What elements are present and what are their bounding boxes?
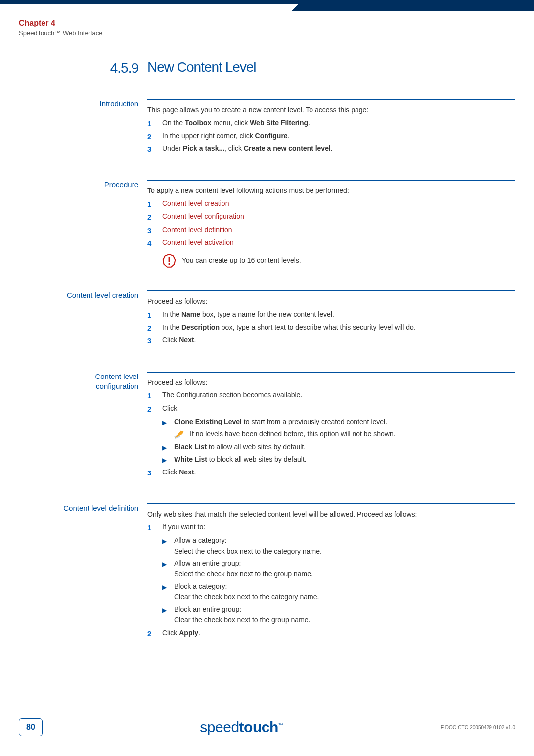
- creation-step: 3Click Next.: [147, 335, 515, 346]
- doc-id: E-DOC-CTC-20050429-0102 v1.0: [441, 725, 515, 730]
- creation-step: 1In the Name box, type a name for the ne…: [147, 309, 515, 321]
- caret-icon: ▶: [162, 558, 174, 569]
- def-step: 2Click Apply.: [147, 628, 515, 639]
- svg-point-2: [168, 263, 170, 265]
- intro-lead: This page allows you to create a new con…: [147, 105, 515, 116]
- config-label: Content levelconfiguration: [19, 372, 147, 481]
- caret-icon: ▶: [162, 604, 174, 615]
- config-note: If no levels have been defined before, t…: [190, 429, 396, 440]
- config-bullet: ▶Black List to allow all web sites by de…: [162, 442, 515, 453]
- definition-label: Content level definition: [19, 503, 147, 641]
- proc-item: 2Content level configuration: [147, 211, 515, 223]
- intro-step: 2In the upper right corner, click Config…: [147, 131, 515, 142]
- pencil-icon: [174, 429, 185, 440]
- def-step: 1If you want to:: [147, 522, 515, 533]
- page-number: 80: [19, 718, 43, 736]
- caret-icon: ▶: [162, 417, 174, 427]
- procedure-lead: To apply a new content level following a…: [147, 186, 515, 196]
- config-step: 3Click Next.: [147, 467, 515, 478]
- proc-item: 1Content level creation: [147, 198, 515, 210]
- config-step: 2Click:: [147, 403, 515, 415]
- intro-step: 3Under Pick a task..., click Create a ne…: [147, 143, 515, 155]
- config-bullet: ▶Clone Existing Level to start from a pr…: [162, 417, 515, 427]
- chapter-subtitle: SpeedTouch™ Web Interface: [19, 29, 103, 37]
- alert-icon: [162, 254, 176, 268]
- procedure-label: Procedure: [19, 180, 147, 268]
- config-lead: Proceed as follows:: [147, 378, 515, 388]
- creation-step: 2In the Description box, type a short te…: [147, 322, 515, 333]
- proc-item: 3Content level definition: [147, 225, 515, 236]
- speedtouch-logo: speedtouch™: [200, 719, 283, 736]
- caret-icon: ▶: [162, 442, 174, 453]
- intro-label: Introduction: [19, 99, 147, 157]
- caret-icon: ▶: [162, 581, 174, 592]
- caret-icon: ▶: [162, 454, 174, 465]
- chapter-label: Chapter 4: [19, 19, 103, 28]
- definition-lead: Only web sites that match the selected c…: [147, 509, 515, 520]
- thomson-icon: [487, 15, 497, 26]
- config-step: 1The Configuration section becomes avail…: [147, 390, 515, 401]
- section-title: New Content Level: [147, 59, 256, 75]
- svg-rect-1: [169, 257, 170, 262]
- thomson-logo: THOMSON: [468, 15, 515, 35]
- proc-item: 4Content level activation: [147, 237, 515, 249]
- def-bullet: ▶Allow a category:Select the check box n…: [162, 535, 515, 557]
- config-bullet: ▶White List to block all web sites by de…: [162, 454, 515, 465]
- def-bullet: ▶Block an entire group:Clear the check b…: [162, 604, 515, 625]
- intro-step: 1On the Toolbox menu, click Web Site Fil…: [147, 118, 515, 129]
- creation-label: Content level creation: [19, 290, 147, 348]
- thomson-text: THOMSON: [468, 27, 515, 35]
- def-bullet: ▶Block a category:Clear the check box ne…: [162, 581, 515, 603]
- warn-text: You can create up to 16 content levels.: [182, 255, 301, 266]
- def-bullet: ▶Allow an entire group:Select the check …: [162, 558, 515, 579]
- creation-lead: Proceed as follows:: [147, 296, 515, 307]
- section-number: 4.5.9: [110, 60, 138, 76]
- header-bar: [0, 0, 534, 4]
- caret-icon: ▶: [162, 535, 174, 546]
